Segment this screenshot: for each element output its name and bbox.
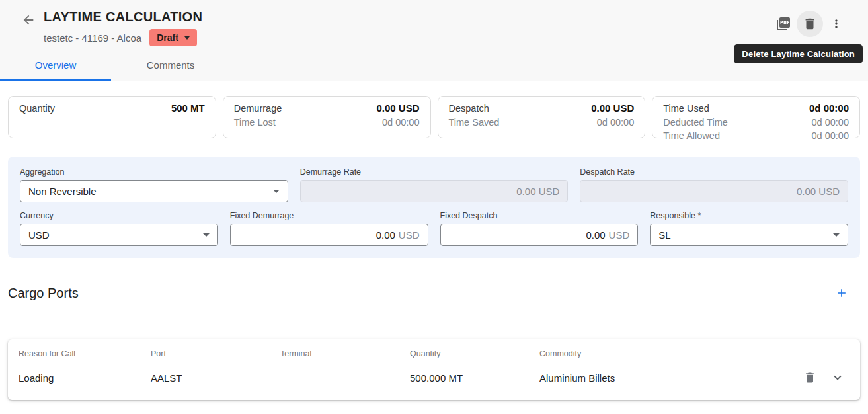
deducted-time-label: Deducted Time xyxy=(663,116,728,130)
expand-cargo-port-button[interactable] xyxy=(826,366,849,390)
trash-icon xyxy=(803,17,817,31)
despatch-rate-input: 0.00 USD xyxy=(580,180,848,202)
delete-cargo-port-button[interactable] xyxy=(798,366,822,390)
demurrage-rate-field: Demurrage Rate 0.00 USD xyxy=(300,167,569,202)
despatch-rate-field: Despatch Rate 0.00 USD xyxy=(580,167,848,202)
demurrage-label: Demurrage xyxy=(234,102,282,116)
aggregation-label: Aggregation xyxy=(20,167,288,177)
cargo-ports-table: Reason for Call Port Terminal Quantity C… xyxy=(8,339,860,400)
cargo-table-header: Reason for Call Port Terminal Quantity C… xyxy=(19,349,849,358)
despatch-label: Despatch xyxy=(449,102,489,116)
back-arrow-icon xyxy=(21,13,36,27)
cell-quantity: 500.000 MT xyxy=(410,372,539,384)
deducted-time-value: 0d 00:00 xyxy=(812,116,849,130)
back-button[interactable] xyxy=(20,11,37,28)
fixed-demurrage-input[interactable]: 0.00 USD xyxy=(230,224,428,246)
chevron-down-icon xyxy=(273,190,280,193)
despatch-rate-label: Despatch Rate xyxy=(580,167,848,177)
tab-overview[interactable]: Overview xyxy=(0,52,111,81)
fixed-demurrage-label: Fixed Demurrage xyxy=(230,211,428,220)
time-allowed-value: 0d 00:00 xyxy=(812,129,849,143)
more-options-button[interactable] xyxy=(823,11,849,37)
voyage-subtitle: testetc - 41169 - Alcoa xyxy=(44,32,141,44)
cell-reason: Loading xyxy=(19,372,151,384)
chevron-down-icon xyxy=(203,233,210,237)
col-header-reason: Reason for Call xyxy=(19,349,151,358)
despatch-value: 0.00 USD xyxy=(591,102,634,116)
currency-value: USD xyxy=(28,229,50,241)
trash-icon xyxy=(803,371,816,384)
fixed-despatch-unit: USD xyxy=(609,229,630,241)
time-saved-value: 0d 00:00 xyxy=(597,116,634,130)
calculation-settings-panel: Aggregation Non Reversible Demurrage Rat… xyxy=(8,157,860,258)
plus-icon xyxy=(835,286,848,300)
summary-cards: Quantity500 MT Demurrage0.00 USD Time Lo… xyxy=(8,96,860,138)
cargo-port-row: Loading AALST 500.000 MT Aluminium Bille… xyxy=(19,364,849,391)
export-pdf-button[interactable] xyxy=(770,11,797,37)
pdf-icon xyxy=(775,16,791,32)
time-used-value: 0d 00:00 xyxy=(809,102,849,116)
demurrage-rate-value: 0.00 USD xyxy=(516,186,559,197)
currency-label: Currency xyxy=(20,211,218,220)
aggregation-value: Non Reversible xyxy=(28,186,97,197)
despatch-card: Despatch0.00 USD Time Saved0d 00:00 xyxy=(438,96,646,138)
time-allowed-label: Time Allowed xyxy=(663,129,720,143)
fixed-demurrage-value: 0.00 xyxy=(376,229,395,241)
demurrage-rate-label: Demurrage Rate xyxy=(300,167,569,177)
aggregation-field: Aggregation Non Reversible xyxy=(20,167,288,202)
responsible-value: SL xyxy=(658,229,670,241)
fixed-despatch-value: 0.00 xyxy=(586,229,605,241)
col-header-commodity: Commodity xyxy=(539,349,849,358)
aggregation-select[interactable]: Non Reversible xyxy=(20,180,288,202)
cell-port: AALST xyxy=(151,372,280,384)
col-header-port: Port xyxy=(151,349,280,358)
col-header-quantity: Quantity xyxy=(410,349,539,358)
quantity-card: Quantity500 MT xyxy=(8,96,216,138)
demurrage-rate-input: 0.00 USD xyxy=(300,180,569,202)
cell-commodity: Aluminium Billets xyxy=(539,372,798,384)
cargo-ports-heading: Cargo Ports xyxy=(8,286,79,301)
currency-field: Currency USD xyxy=(20,211,218,246)
quantity-value: 500 MT xyxy=(171,102,205,116)
fixed-despatch-input[interactable]: 0.00 USD xyxy=(440,224,639,246)
despatch-rate-value: 0.00 USD xyxy=(797,186,840,197)
time-saved-label: Time Saved xyxy=(449,116,500,130)
time-lost-label: Time Lost xyxy=(234,116,276,130)
fixed-demurrage-unit: USD xyxy=(399,229,420,241)
tab-comments[interactable]: Comments xyxy=(111,52,230,81)
time-used-card: Time Used0d 00:00 Deducted Time0d 00:00 … xyxy=(652,96,860,138)
add-cargo-port-button[interactable] xyxy=(828,280,855,306)
status-badge-draft[interactable]: Draft xyxy=(149,29,197,46)
currency-select[interactable]: USD xyxy=(20,224,218,246)
responsible-field: Responsible * SL xyxy=(650,211,848,246)
time-lost-value: 0d 00:00 xyxy=(382,116,419,130)
demurrage-card: Demurrage0.00 USD Time Lost0d 00:00 xyxy=(223,96,431,138)
responsible-label: Responsible * xyxy=(650,211,848,220)
demurrage-value: 0.00 USD xyxy=(376,102,419,116)
fixed-despatch-field: Fixed Despatch 0.00 USD xyxy=(440,211,639,246)
chevron-down-icon xyxy=(830,370,845,385)
page-title: LAYTIME CALCULATION xyxy=(44,9,202,24)
fixed-despatch-label: Fixed Despatch xyxy=(440,211,639,220)
col-header-terminal: Terminal xyxy=(280,349,410,358)
quantity-label: Quantity xyxy=(19,102,55,116)
delete-button[interactable] xyxy=(797,11,823,37)
status-badge-label: Draft xyxy=(157,32,178,43)
kebab-menu-icon xyxy=(830,17,843,30)
chevron-down-icon xyxy=(184,36,190,40)
fixed-demurrage-field: Fixed Demurrage 0.00 USD xyxy=(230,211,428,246)
responsible-select[interactable]: SL xyxy=(650,224,848,246)
page-header: LAYTIME CALCULATION testetc - 41169 - Al… xyxy=(0,0,868,81)
delete-tooltip: Delete Laytime Calculation xyxy=(734,44,863,63)
chevron-down-icon xyxy=(833,233,840,237)
time-used-label: Time Used xyxy=(663,102,709,116)
